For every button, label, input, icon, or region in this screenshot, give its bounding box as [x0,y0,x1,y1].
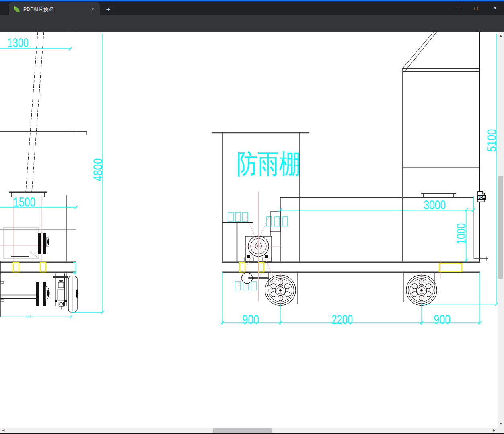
spring-leaf-favicon-icon [14,6,20,12]
dim-1385: 1385 [25,314,33,318]
tab-close-icon[interactable]: ✕ [91,7,95,12]
annotation-rain-shelter: 防雨棚 [237,149,300,179]
dim-3000: 3000 [424,198,446,212]
browser-toolbar: ← → ⟳ ⌂ ⓘ localhost:8012/onlinePreview?u… [0,15,504,32]
title-bar: PDF图片预览 ✕ + — ▢ ✕ [0,1,504,15]
vertical-scrollbar-thumb[interactable] [498,176,503,279]
dim-4800: 4800 [91,158,105,181]
scroll-right-arrow-icon[interactable]: ▶ [493,429,495,432]
dim-900-left: 900 [242,313,259,327]
scroll-up-arrow-icon[interactable]: ▲ [499,34,502,37]
tab-title: PDF图片预览 [23,6,91,13]
dim-2200: 2200 [331,313,353,327]
dim-5100: 5100 [485,129,498,152]
scroll-left-arrow-icon[interactable]: ◀ [2,429,4,432]
window-close-button[interactable]: ✕ [485,2,504,14]
cad-drawing: 1300 4800 1500 1385 [0,32,498,428]
browser-window: PDF图片预览 ✕ + — ▢ ✕ ← → ⟳ ⌂ ⓘ localhost:80… [0,0,504,434]
page-content: 1300 4800 1500 1385 [0,32,498,428]
dim-900-right: 900 [434,313,451,327]
window-minimize-button[interactable]: — [448,2,467,14]
browser-tab[interactable]: PDF图片预览 ✕ [9,2,100,16]
pdf-download-button[interactable]: PDF [476,191,486,202]
scroll-down-arrow-icon[interactable]: ▼ [499,422,502,426]
window-maximize-button[interactable]: ▢ [467,2,485,14]
new-tab-button[interactable]: + [104,5,113,14]
horizontal-scrollbar-thumb[interactable] [213,428,272,433]
dim-1300: 1300 [7,36,29,50]
dim-1500: 1500 [13,195,35,209]
pdf-button-label: PDF [478,195,485,200]
dim-1000: 1000 [454,223,468,244]
